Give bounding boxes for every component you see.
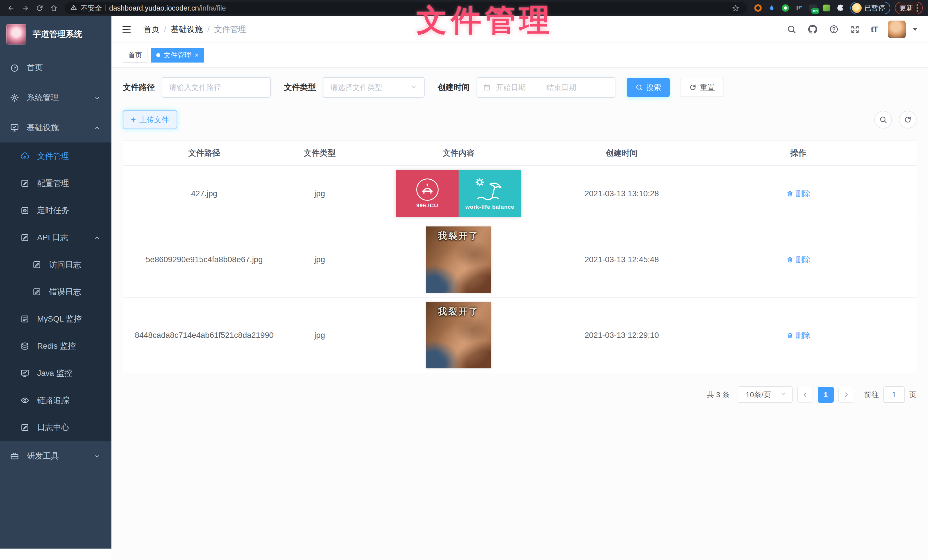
chevron-down-icon: [94, 94, 101, 101]
extension-green-ring-icon[interactable]: [780, 2, 791, 14]
sidebar-item-system[interactable]: 系统管理: [0, 82, 111, 113]
edit-icon: [32, 287, 42, 297]
trash-icon: [786, 190, 794, 197]
column-header: 创建时间: [563, 141, 680, 165]
pagination: 共 3 条 10条/页 1 前往 页: [123, 387, 917, 403]
tag-current[interactable]: 文件管理×: [151, 48, 204, 62]
file-table: 文件路径文件类型文件内容创建时间操作 427.jpgjpg 996.ICU wo…: [123, 140, 917, 373]
cloud-upload-icon: [20, 151, 30, 161]
cell-file-type: jpg: [285, 326, 354, 344]
edit-icon: [32, 260, 42, 269]
next-page-button[interactable]: [838, 387, 854, 403]
sidebar-item-redis[interactable]: Redis 监控: [0, 332, 111, 359]
github-icon[interactable]: [807, 24, 818, 35]
total-count: 共 3 条: [707, 390, 730, 400]
file-preview-996-banner[interactable]: 996.ICU work-life balance: [396, 170, 521, 217]
sidebar-item-file[interactable]: 文件管理: [0, 143, 111, 170]
forward-icon[interactable]: [20, 2, 31, 14]
extension-leaf-icon[interactable]: [821, 2, 833, 14]
chevron-up-icon: [94, 124, 101, 131]
user-avatar[interactable]: [888, 21, 906, 38]
sidebar-item-java[interactable]: Java 监控: [0, 359, 111, 387]
chevron-down-icon: [94, 453, 101, 460]
gear-icon: [10, 93, 20, 102]
sidebar-item-config[interactable]: 配置管理: [0, 170, 111, 197]
active-dot: [156, 53, 160, 57]
sidebar-item-devtool[interactable]: 研发工具: [0, 441, 111, 471]
hamburger-icon[interactable]: [122, 23, 134, 35]
cell-created-time: 2021-03-13 13:10:28: [563, 184, 680, 203]
bed-icon: [416, 178, 438, 201]
file-preview-baby-meme[interactable]: 我裂开了: [426, 227, 491, 293]
goto-page-input[interactable]: [884, 387, 905, 403]
extension-grid-icon[interactable]: [793, 2, 805, 14]
sidebar-item-job[interactable]: 定时任务: [0, 197, 111, 224]
cell-created-time: 2021-03-13 12:45:48: [563, 250, 680, 269]
profile-paused-pill[interactable]: 已暂停: [850, 2, 890, 14]
file-type-select[interactable]: 请选择文件类型: [323, 77, 424, 98]
plus-icon: +: [131, 116, 136, 124]
delete-button[interactable]: 删除: [786, 189, 810, 199]
browser-update-button[interactable]: 更新: [895, 2, 923, 14]
omnibox-divider: [105, 5, 106, 11]
toggle-search-button[interactable]: [874, 111, 892, 128]
cell-file-content: 996.ICU work-life balance: [354, 166, 563, 222]
paused-label: 已暂停: [865, 3, 885, 12]
sidebar-item-trace[interactable]: 链路追踪: [0, 387, 111, 414]
browser-menu-icon[interactable]: [917, 4, 918, 12]
sidebar-item-error-log[interactable]: 错误日志: [0, 278, 111, 305]
breadcrumb-home[interactable]: 首页: [143, 24, 159, 35]
logo-avatar: [6, 24, 26, 44]
address-bar[interactable]: 不安全 dashboard.yudao.iocoder.cn/infra/fil…: [64, 2, 747, 14]
cell-file-content: 我裂开了: [354, 298, 563, 373]
cell-file-content: 我裂开了: [354, 222, 563, 297]
sidebar-item-home[interactable]: 首页: [0, 53, 111, 82]
extensions-row: on 已暂停 更新: [752, 2, 923, 14]
sidebar-item-infra[interactable]: 基础设施: [0, 113, 111, 143]
sidebar-item-mysql[interactable]: MySQL 监控: [0, 305, 111, 332]
help-icon[interactable]: [829, 24, 839, 35]
extensions-puzzle-icon[interactable]: [834, 2, 846, 14]
edit-icon: [20, 423, 30, 432]
font-size-icon[interactable]: tT: [871, 24, 878, 34]
page-size-select[interactable]: 10条/页: [738, 387, 792, 403]
search-icon[interactable]: [786, 24, 797, 35]
back-icon[interactable]: [5, 2, 17, 14]
timer-icon: [20, 205, 30, 215]
edit-icon: [20, 178, 30, 188]
breadcrumb-infra[interactable]: 基础设施: [171, 24, 203, 35]
reload-icon[interactable]: [34, 2, 45, 14]
eye-icon: [20, 396, 30, 405]
prev-page-button[interactable]: [797, 387, 813, 403]
extension-orange-icon[interactable]: [752, 2, 764, 14]
close-icon[interactable]: ×: [195, 52, 198, 59]
chevron-down-icon[interactable]: [913, 28, 918, 31]
cell-file-type: jpg: [285, 184, 354, 203]
table-header-row: 文件路径文件类型文件内容创建时间操作: [123, 141, 917, 166]
extension-drop-icon[interactable]: [766, 2, 778, 14]
reset-button[interactable]: 重置: [681, 78, 723, 97]
tag-home[interactable]: 首页: [123, 48, 147, 62]
file-preview-baby-meme[interactable]: 我裂开了: [426, 302, 491, 368]
sidebar-item-access-log[interactable]: 访问日志: [0, 251, 111, 278]
file-path-input[interactable]: [162, 77, 271, 98]
extension-on-badge-icon[interactable]: on: [807, 2, 819, 14]
upload-file-button[interactable]: + 上传文件: [123, 110, 177, 129]
annotation-title: 文件管理: [417, 0, 554, 41]
table-row: 427.jpgjpg 996.ICU work-life balance 202…: [123, 166, 917, 222]
refresh-button[interactable]: [899, 111, 917, 128]
app-logo[interactable]: 芋道管理系统: [0, 16, 111, 53]
search-button[interactable]: 搜索: [627, 78, 670, 97]
fullscreen-icon[interactable]: [850, 24, 861, 35]
table-row: 8448cada8c714e4ab61f521c8da21990jpg 我裂开了…: [123, 298, 917, 373]
column-header: 操作: [680, 141, 917, 165]
sidebar-item-log-center[interactable]: 日志中心: [0, 414, 111, 441]
home-icon[interactable]: [48, 2, 60, 14]
delete-button[interactable]: 删除: [786, 330, 810, 340]
column-header: 文件路径: [123, 141, 285, 165]
bookmark-star-icon[interactable]: [730, 2, 741, 14]
page-number-button[interactable]: 1: [818, 387, 834, 403]
date-range-picker[interactable]: 开始日期 - 结束日期: [476, 77, 615, 98]
sidebar-item-api-log[interactable]: API 日志: [0, 224, 111, 251]
delete-button[interactable]: 删除: [786, 255, 810, 265]
